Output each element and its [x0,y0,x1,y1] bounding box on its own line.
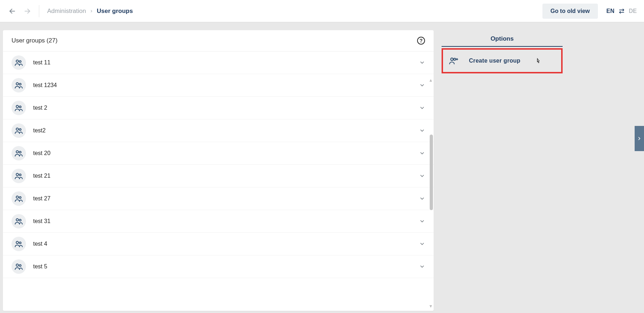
svg-point-5 [19,60,21,62]
svg-point-16 [16,196,18,198]
group-name: test 21 [33,173,419,179]
chevron-down-icon[interactable] [419,105,425,111]
help-icon[interactable]: ? [417,37,425,45]
lang-de[interactable]: DE [629,8,637,14]
group-icon [12,101,26,115]
svg-point-10 [16,128,18,130]
list-item[interactable]: test 20 [3,142,434,165]
side-expand-tab[interactable] [635,126,644,151]
svg-point-22 [16,264,18,266]
lang-en[interactable]: EN [607,8,614,14]
chevron-down-icon[interactable] [419,60,425,65]
breadcrumb-current[interactable]: User groups [97,8,133,15]
create-user-group-label: Create user group [469,58,520,64]
scroll-up-arrow[interactable]: ▲ [429,78,433,83]
arrow-right-icon [24,8,31,15]
group-name: test 20 [33,150,419,156]
svg-point-21 [19,242,21,244]
user-group-add-icon [449,56,458,65]
list-item[interactable]: test 5 [3,255,434,278]
svg-point-11 [19,128,21,130]
main-area: User groups (27) ? test 11test 1234test … [0,22,644,313]
svg-point-8 [16,105,18,108]
group-name: test 27 [33,195,419,202]
group-name: test 5 [33,263,419,270]
chevron-down-icon[interactable] [419,150,425,156]
chevron-right-icon [637,136,642,141]
nav-back-button[interactable] [7,6,17,16]
svg-point-6 [16,83,18,85]
group-icon [12,237,26,251]
list-item[interactable]: test 31 [3,210,434,233]
chevron-down-icon[interactable] [419,264,425,269]
svg-point-9 [19,106,21,108]
list-item[interactable]: test 4 [3,233,434,255]
svg-point-7 [19,83,21,85]
group-name: test 2 [33,105,419,111]
language-switcher: EN DE [607,8,637,14]
nav-arrows [7,6,32,16]
svg-point-18 [16,219,18,221]
pointer-cursor-icon [535,58,542,65]
list-item[interactable]: test 1234 [3,74,434,97]
scroll-down-arrow[interactable]: ▼ [429,304,433,309]
list-item[interactable]: test 21 [3,165,434,187]
group-name: test 31 [33,218,419,224]
panel-header: User groups (27) ? [3,30,434,51]
topbar-right: Go to old view EN DE [542,4,637,19]
options-panel: Options Create user group [442,30,563,311]
arrow-left-icon [9,8,16,15]
svg-point-19 [19,219,21,221]
svg-point-17 [19,196,21,198]
group-icon [12,146,26,160]
group-icon [12,123,26,138]
svg-point-4 [16,60,18,62]
svg-point-20 [16,241,18,244]
breadcrumb-root[interactable]: Administration [47,8,86,15]
group-icon [12,169,26,183]
chevron-down-icon[interactable] [419,173,425,179]
list-item[interactable]: test 11 [3,51,434,74]
scrollbar-thumb[interactable] [430,135,433,210]
panel-title: User groups (27) [12,37,58,44]
chevron-down-icon[interactable] [419,196,425,201]
list-item[interactable]: test 2 [3,97,434,119]
divider [39,5,39,17]
old-view-button[interactable]: Go to old view [542,4,598,19]
group-icon [12,78,26,92]
user-groups-list: test 11test 1234test 2test2test 20test 2… [3,51,434,311]
group-name: test 11 [33,59,419,66]
group-name: test2 [33,127,419,134]
nav-forward-button[interactable] [22,6,32,16]
chevron-down-icon[interactable] [419,241,425,247]
chevron-right-icon [90,9,93,13]
list-item[interactable]: test2 [3,119,434,142]
options-heading: Options [442,30,563,47]
list-item[interactable]: test 27 [3,187,434,210]
svg-point-25 [453,58,456,60]
group-icon [12,259,26,274]
group-icon [12,214,26,228]
group-icon [12,55,26,70]
svg-point-12 [16,151,18,153]
breadcrumb: Administration User groups [47,8,133,15]
svg-point-23 [19,264,21,266]
svg-point-14 [16,173,18,176]
chevron-down-icon[interactable] [419,82,425,88]
topbar: Administration User groups Go to old vie… [0,0,644,22]
svg-point-15 [19,174,21,176]
svg-point-24 [451,58,453,60]
user-groups-panel: User groups (27) ? test 11test 1234test … [3,30,434,311]
chevron-down-icon[interactable] [419,128,425,133]
group-icon [12,191,26,206]
group-name: test 1234 [33,82,419,89]
svg-point-13 [19,151,21,153]
swap-icon[interactable] [619,8,625,14]
group-name: test 4 [33,241,419,247]
chevron-down-icon[interactable] [419,218,425,224]
create-user-group-button[interactable]: Create user group [442,48,563,73]
